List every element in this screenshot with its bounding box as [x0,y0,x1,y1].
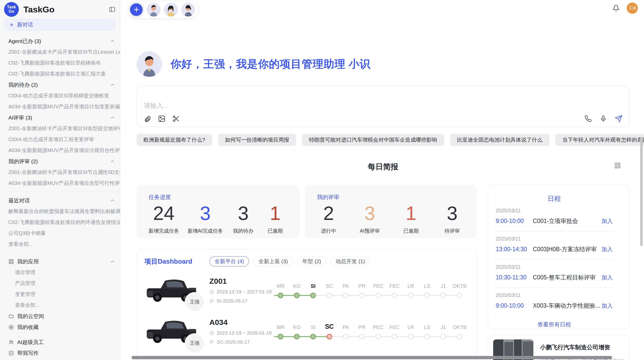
phone-call-icon[interactable] [584,115,592,123]
milestone-label: OKTB [451,324,468,330]
scissors-icon[interactable] [172,115,180,123]
sidebar-app-item[interactable]: 查看全部... [0,300,120,311]
section-title: 最近对话 [8,197,30,204]
sidebar-conversation-item[interactable]: 查看全部... [0,239,120,250]
view-all-schedule-link[interactable]: 查看所有日程 [496,316,613,328]
horizontal-scrollbar[interactable] [131,356,612,359]
suggestion-chip[interactable]: 欧洲新规最近颁布了什么? [137,134,212,146]
member-avatar[interactable] [147,3,160,17]
join-meeting-link[interactable]: 加入 [602,246,613,253]
sidebar-conversation-item[interactable]: 公司Q3轻卡销量 [0,228,120,239]
sidebar-app-item[interactable]: 产品管理 [0,278,120,289]
send-icon[interactable] [614,115,623,123]
dashboard-tab[interactable]: 动总开发 (1) [330,256,370,266]
sidebar-app-item[interactable]: 项目管理 [0,267,120,278]
image-upload-icon[interactable] [158,115,166,123]
sidebar: TaskGo TaskGo + 新对话 Agent已办 (3)Z001-全新燃油… [0,0,120,360]
chevron-up-icon [110,39,115,44]
stat-item: 1已逾期 [399,204,423,234]
user-avatar[interactable]: 王强 [627,3,638,14]
new-chat-button[interactable]: + 新对话 [5,19,115,31]
join-meeting-link[interactable]: 加入 [602,274,613,281]
stat-card: 任务进度24新增完成任务3新增AI完成任务3我的待办1已逾期 [137,185,300,238]
join-meeting-link[interactable]: 加入 [602,217,613,225]
flag-icon [209,299,214,304]
sidebar-conversation-item[interactable]: A034-全新新能源MUV产品开发项目计划变更表编写 [0,101,120,112]
app-title: TaskGo [23,5,108,14]
sidebar-conversation-item[interactable]: C02-飞腾新能源轻客改款项目里程碑画布 [0,57,120,68]
collapse-sidebar-icon[interactable] [108,6,116,13]
suggestion-chip[interactable]: 特朗普可能对进口汽车增税会对中国车企造成哪些影响 [302,134,444,146]
suggestion-chip[interactable]: 比亚迪全固态电池计划具体说了什么 [450,134,549,146]
dashboard-tab[interactable]: 全新上装 (3) [253,256,293,266]
sidebar-item-my-apps[interactable]: 我的应用 [0,256,120,267]
milestone-label: LS [419,283,435,289]
dashboard-tab[interactable]: 年型 (2) [297,256,326,266]
sidebar-sections: Agent已办 (3)Z001-全新燃油皮卡产品开发项目SI节点Lesson L… [0,36,120,189]
sidebar-conversation-item[interactable]: Z001-全新燃油皮卡产品开发项目SI节点Lesson Learn报告 [0,47,120,57]
schedule-time: 13:00-14:30 [496,246,533,253]
milestone-label: PR [354,324,370,330]
layout-grid-icon[interactable] [614,162,621,170]
milestone-dot [310,334,316,339]
schedule-list: 2025/03/119:00-10:00C001-立项审批会加入2025/03/… [496,203,613,316]
sidebar-conversation-item[interactable]: C0X4-动力总成开发项目SI里程碑提交物检查 [0,90,120,101]
milestone-dot [392,293,397,298]
schedule-item: 2025/03/1113:00-14:30C003|H0B-方案冻结评审加入 [496,231,613,260]
sidebar-conversation-item[interactable]: C0X4-动力总成开发项目工程变更评审 [0,134,120,145]
milestone-track: MRKOSISCPAPRPECFECLRLSJ1OKTB [272,323,468,340]
message-input[interactable] [144,102,449,109]
sidebar-item-ai-employee[interactable]: AI超级员工 [0,337,120,348]
sidebar-item-creative-drawing[interactable]: 创意制图 [0,358,120,360]
sidebar-section-header[interactable]: 我的待办 (2) [0,79,120,90]
suggestion-chip[interactable]: 如何写一份清晰的项目周报 [218,134,296,146]
suggestion-chip[interactable]: 当下年轻人对汽车外观有怎样的喜好趋势 [555,134,644,146]
chevron-up-icon [110,198,115,203]
briefing-title: 每日简报 [368,162,398,171]
milestone-dot [441,334,446,339]
stat-item: 3AI预评审 [358,204,382,234]
sidebar-item-help-writing[interactable]: 帮我写作 [0,348,120,358]
add-member-button[interactable]: + [129,3,143,17]
join-meeting-link[interactable]: 加入 [602,302,613,310]
sidebar-app-item[interactable]: 变更管理 [0,289,120,300]
sidebar-conversation-item[interactable]: Z001-全新燃油轻卡产品开发项目SI节点属性5D文件评审 [0,167,120,178]
project-milestone-flag: SC-2025-05-17 [217,339,250,345]
sidebar-conversation-item[interactable]: C02-飞腾新能源轻客改款项目的闭环通告反馈情况 [0,217,120,228]
sidebar-conversation-item[interactable]: A034-全新新能源MUV产品开发项目法规符合性评审 [0,145,120,156]
schedule-date: 2025/03/11 [496,236,613,242]
sidebar-section-header[interactable]: 我的评审 (2) [0,156,120,167]
milestone-label: PEC [370,283,386,289]
vertical-scrollbar[interactable] [640,137,643,246]
news-title: 小鹏飞行汽车制造公司增资 [540,343,624,351]
milestone-label: LR [403,324,419,330]
sidebar-section-header[interactable]: AI评审 (3) [0,112,120,123]
stat-label: 新增完成任务 [149,228,179,234]
member-avatar[interactable] [164,3,178,17]
dashboard-tab[interactable]: 全新平台 (4) [210,256,249,266]
project-dashboard-card: 项目Dashboard 全新平台 (4)全新上装 (3)年型 (2)动总开发 (… [137,249,477,360]
sidebar-conversation-item[interactable]: C02-飞腾新能源轻客改款项目立项汇报方案 [0,68,120,79]
member-avatar[interactable] [181,3,195,17]
sidebar-conversation-item[interactable]: 解释最新出台的欧盟报废车法规再生塑料比例被调至15%... [0,206,120,217]
microphone-icon[interactable] [599,115,607,123]
schedule-item: 2025/03/119:00-10:00X003-车辆动力学性能验...加入 [496,288,613,316]
notification-bell-icon[interactable] [612,4,620,12]
app-logo: TaskGo [4,2,19,17]
flag-icon [209,340,214,345]
schedule-item: 2025/03/119:00-10:00C001-立项审批会加入 [496,203,613,231]
stat-label: 我的待办 [231,228,255,234]
stat-card: 我的评审2进行中3AI预评审1已逾期3待评审 [305,185,477,238]
sidebar-section-header[interactable]: 最近对话 [0,195,120,206]
sidebar-conversation-item[interactable]: Z001-全新燃油轻卡产品开发项目SI造型提交物评审 [0,123,120,134]
milestone-dot [408,293,414,298]
attachment-icon[interactable] [143,115,152,123]
sidebar-section-header[interactable]: Agent已办 (3) [0,36,120,47]
schedule-time: 9:00-10:00 [496,218,533,224]
project-milestone-flag: SI-2025-05-17 [217,298,247,304]
schedule-item: 2025/03/1110:30-11:30C005-整车工程目标评审加入 [496,260,613,288]
sidebar-item-cloud-space[interactable]: 我的云空间 [0,311,120,322]
section-title: 我的评审 (2) [8,158,38,165]
sidebar-item-favorites[interactable]: 我的收藏 [0,322,120,333]
sidebar-conversation-item[interactable]: A034-全新新能源MUV产品开发项目造型可行性评审 [0,178,120,189]
